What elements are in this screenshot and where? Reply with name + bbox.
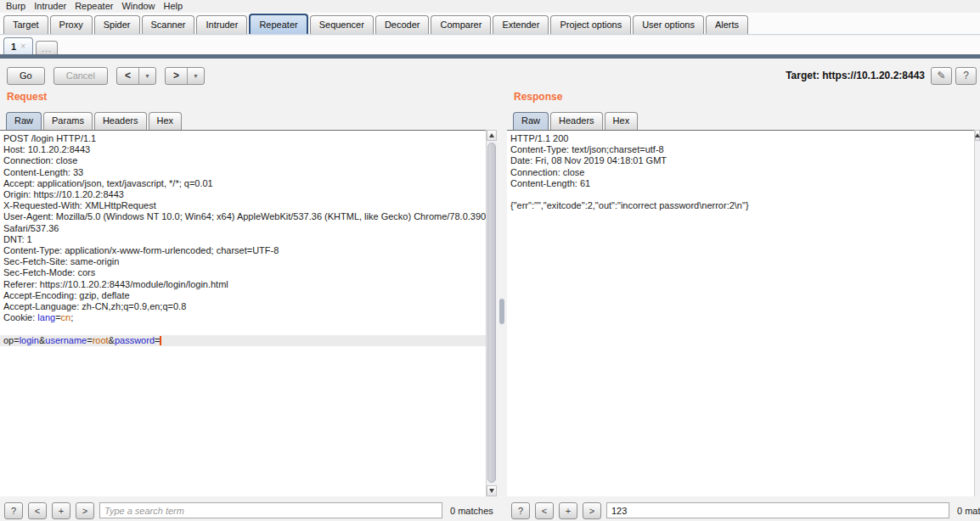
response-title: Response: [514, 91, 562, 103]
splitter-grip[interactable]: [499, 299, 504, 324]
close-icon[interactable]: ×: [20, 39, 25, 54]
main-tab-target[interactable]: Target: [3, 15, 48, 34]
help-button[interactable]: ?: [955, 67, 977, 85]
response-line: Content-Type: text/json;charset=utf-8: [510, 144, 974, 155]
help-icon: ?: [963, 70, 969, 81]
request-scrollbar[interactable]: [486, 130, 497, 496]
main-tab-repeater[interactable]: Repeater: [249, 14, 307, 34]
request-line: Referer: https://10.1.20.2:8443/module/l…: [3, 279, 486, 290]
scroll-up-button[interactable]: [487, 130, 497, 141]
response-match-count: 0 matches: [957, 506, 980, 516]
request-line: Content-Type: application/x-www-form-url…: [3, 245, 486, 256]
main-tab-alerts[interactable]: Alerts: [706, 15, 748, 34]
scrollbar-thumb[interactable]: [487, 143, 496, 483]
response-tab-headers[interactable]: Headers: [550, 112, 603, 130]
main-tab-scanner[interactable]: Scanner: [142, 15, 195, 34]
chevron-down-icon[interactable]: ▼: [188, 68, 204, 84]
response-search-input[interactable]: [606, 502, 949, 518]
main-tab-spider[interactable]: Spider: [94, 15, 140, 34]
request-tab-hex[interactable]: Hex: [149, 112, 183, 130]
tab-divider-strip: [0, 54, 980, 59]
main-tab-sequencer[interactable]: Sequencer: [310, 15, 374, 34]
response-tab-raw[interactable]: Raw: [513, 112, 549, 130]
menu-help[interactable]: Help: [161, 1, 189, 11]
request-match-count: 0 matches: [450, 506, 493, 516]
search-help-button[interactable]: ?: [4, 502, 23, 519]
repeater-tab-label: 1: [11, 39, 16, 54]
toolbar: Go Cancel < ▼ > ▼ Target: https://10.1.2…: [0, 65, 980, 86]
repeater-tab-label: ...: [42, 42, 52, 54]
edit-target-button[interactable]: ✎: [931, 67, 952, 85]
main-tab-user-options[interactable]: User options: [633, 15, 704, 34]
repeater-tab-item[interactable]: ...: [36, 41, 58, 54]
main-tab-intruder[interactable]: Intruder: [196, 15, 247, 34]
request-tab-headers[interactable]: Headers: [94, 112, 147, 130]
menu-window[interactable]: Window: [119, 1, 161, 11]
request-panel: Request RawParamsHeadersHex POST /login …: [0, 88, 497, 496]
request-tab-params[interactable]: Params: [43, 112, 93, 130]
search-prev-button[interactable]: <: [28, 502, 47, 519]
request-tab-raw[interactable]: Raw: [6, 112, 42, 130]
burp-repeater-window: BurpIntruderRepeaterWindowHelp TargetPro…: [0, 0, 980, 521]
cancel-button[interactable]: Cancel: [54, 67, 108, 85]
response-line: [510, 189, 974, 200]
request-line: Origin: https://10.1.20.2:8443: [3, 189, 486, 200]
arrow-up-icon: [489, 133, 494, 137]
search-prev-button[interactable]: <: [535, 502, 554, 519]
request-line: op=login&username=root&password=: [0, 335, 486, 346]
request-line: Safari/537.36: [3, 223, 486, 234]
target-url: https://10.1.20.2:8443: [822, 70, 925, 81]
main-tab-proxy[interactable]: Proxy: [50, 15, 93, 34]
request-line: Sec-Fetch-Mode: cors: [3, 267, 486, 278]
menu-repeater[interactable]: Repeater: [72, 1, 119, 11]
response-line: HTTP/1.1 200: [510, 133, 974, 144]
menu-burp[interactable]: Burp: [3, 1, 31, 11]
main-tab-project-options[interactable]: Project options: [550, 15, 631, 34]
request-line: X-Requested-With: XMLHttpRequest: [3, 200, 486, 211]
request-line: DNT: 1: [3, 234, 486, 245]
panel-splitter[interactable]: [497, 88, 507, 496]
search-case-button[interactable]: +: [559, 502, 577, 519]
request-line: Sec-Fetch-Site: same-origin: [3, 256, 486, 267]
request-line: Accept-Language: zh-CN,zh;q=0.9,en;q=0.8: [3, 301, 486, 312]
response-line: Connection: close: [510, 167, 974, 178]
scroll-down-button[interactable]: [487, 485, 497, 496]
response-tab-bar: RawHeadersHex: [513, 109, 639, 130]
response-line: Date: Fri, 08 Nov 2019 04:18:01 GMT: [510, 155, 974, 166]
request-line: Cookie: lang=cn;: [3, 312, 486, 323]
target-area: Target: https://10.1.20.2:8443 ✎ ?: [786, 65, 977, 86]
repeater-tab-bar: 1×...: [0, 36, 980, 54]
repeater-tab-1[interactable]: 1×: [3, 37, 33, 54]
response-scrollbar[interactable]: [974, 130, 980, 496]
request-editor[interactable]: POST /login HTTP/1.1Host: 10.1.20.2:8443…: [0, 130, 486, 496]
prev-request-button[interactable]: < ▼: [116, 67, 156, 85]
request-search-bar: ?<+> 0 matches: [0, 500, 497, 521]
main-tab-bar: TargetProxySpiderScannerIntruderRepeater…: [0, 13, 980, 35]
menu-intruder[interactable]: Intruder: [31, 1, 72, 11]
search-next-button[interactable]: >: [76, 502, 94, 519]
next-request-button[interactable]: > ▼: [165, 67, 205, 85]
response-tab-hex[interactable]: Hex: [605, 112, 639, 130]
search-next-button[interactable]: >: [583, 502, 601, 519]
request-line: Accept: application/json, text/javascrip…: [3, 178, 486, 189]
response-editor[interactable]: HTTP/1.1 200Content-Type: text/json;char…: [507, 130, 974, 496]
search-help-button[interactable]: ?: [511, 502, 530, 519]
scroll-up-button[interactable]: [975, 130, 980, 141]
request-line: [3, 323, 486, 334]
next-request-label: >: [166, 68, 187, 84]
request-search-input[interactable]: [99, 502, 442, 518]
search-case-button[interactable]: +: [52, 502, 70, 519]
text-cursor: [160, 336, 161, 345]
response-line: {"err":"","exitcode":2,"out":"incorrect …: [510, 200, 974, 211]
chevron-down-icon[interactable]: ▼: [139, 68, 155, 84]
main-tab-extender[interactable]: Extender: [493, 15, 549, 34]
pencil-icon: ✎: [937, 70, 945, 81]
main-tab-decoder[interactable]: Decoder: [375, 15, 430, 34]
main-tab-comparer[interactable]: Comparer: [431, 15, 491, 34]
arrow-up-icon: [975, 133, 980, 137]
request-line: Content-Length: 33: [3, 167, 486, 178]
request-line: POST /login HTTP/1.1: [3, 133, 486, 144]
response-search-bar: ?<+> 0 matches: [507, 500, 980, 521]
request-line: User-Agent: Mozilla/5.0 (Windows NT 10.0…: [3, 211, 486, 222]
go-button[interactable]: Go: [7, 67, 45, 85]
